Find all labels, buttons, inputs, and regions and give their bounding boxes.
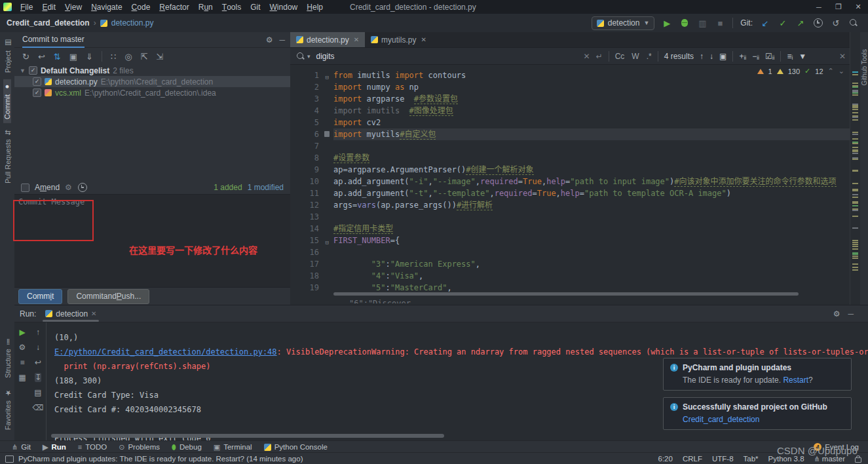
- stripe-mark[interactable]: [852, 151, 858, 152]
- menu-code[interactable]: Code: [127, 0, 155, 14]
- code-line[interactable]: FIRST_NUMBER={: [333, 235, 850, 246]
- minimize-icon[interactable]: ─: [809, 0, 829, 14]
- code-line[interactable]: [333, 140, 850, 152]
- gear-icon[interactable]: ⚙: [833, 309, 840, 319]
- stripe-button-commit[interactable]: Commit●: [3, 79, 11, 123]
- line-number[interactable]: 9: [290, 164, 322, 176]
- rollback-icon[interactable]: ↩: [38, 52, 45, 62]
- select-all-occurrences-icon[interactable]: ☑ᵢᵢ: [765, 52, 775, 61]
- line-number[interactable]: 5: [290, 117, 322, 128]
- commit-message-input[interactable]: Commit Message: [14, 194, 290, 288]
- stripe-mark[interactable]: [852, 106, 858, 107]
- close-icon[interactable]: ✕: [354, 36, 359, 43]
- code-line[interactable]: import myutils#自定义包: [333, 128, 850, 140]
- changelist-file-row[interactable]: ✓vcs.xmlE:\python\Credit_card_detection\…: [14, 87, 290, 98]
- commit-button[interactable]: Commit: [18, 289, 62, 304]
- error-stripe[interactable]: [850, 32, 861, 305]
- hide-icon[interactable]: ─: [279, 35, 285, 45]
- git-update-icon[interactable]: ↙: [760, 18, 770, 28]
- notification-link[interactable]: Credit_card_detection: [683, 415, 759, 424]
- show-diff-icon[interactable]: ⇅: [54, 52, 61, 62]
- stripe-mark[interactable]: [852, 112, 858, 113]
- stripe-mark[interactable]: [852, 134, 858, 135]
- code-line[interactable]: [333, 211, 850, 223]
- stripe-mark[interactable]: [852, 159, 858, 160]
- stripe-mark[interactable]: [852, 170, 858, 171]
- stripe-mark[interactable]: [852, 242, 858, 243]
- up-stack-icon[interactable]: ↑: [36, 328, 40, 337]
- stripe-mark[interactable]: [852, 197, 858, 198]
- status-message[interactable]: PyCharm and plugin updates: The IDE is r…: [18, 455, 303, 463]
- soft-wrap-icon[interactable]: ↩: [35, 358, 41, 367]
- down-stack-icon[interactable]: ↓: [36, 343, 40, 352]
- status-item[interactable]: UTF-8: [712, 455, 734, 463]
- stop-button[interactable]: ■: [715, 18, 725, 28]
- code-line[interactable]: import numpy as np: [333, 81, 850, 93]
- line-number[interactable]: 18: [290, 270, 322, 282]
- stripe-mark[interactable]: [852, 119, 858, 121]
- search-everywhere-icon[interactable]: [848, 18, 859, 28]
- line-number[interactable]: 1⊟: [290, 69, 322, 81]
- stripe-button-project[interactable]: Project▤: [3, 35, 12, 77]
- search-input[interactable]: digits: [316, 52, 454, 61]
- amend-checkbox[interactable]: [21, 184, 29, 192]
- stripe-mark[interactable]: [852, 254, 858, 255]
- print-icon[interactable]: ▤: [34, 388, 41, 397]
- line-number[interactable]: 17: [290, 258, 322, 270]
- checkbox-checked[interactable]: ✓: [33, 88, 41, 97]
- stripe-mark[interactable]: [852, 216, 858, 217]
- line-number[interactable]: 14: [290, 223, 322, 235]
- stripe-mark[interactable]: [852, 248, 858, 250]
- line-number[interactable]: 15⊟: [290, 235, 322, 246]
- scroll-to-end-icon[interactable]: ↧: [35, 373, 41, 382]
- stripe-mark[interactable]: [852, 83, 858, 84]
- stripe-mark[interactable]: [852, 246, 858, 247]
- code-line[interactable]: import cv2: [333, 117, 850, 128]
- toggle-dot*[interactable]: .*: [647, 52, 652, 61]
- stripe-mark[interactable]: [852, 208, 858, 210]
- stripe-mark[interactable]: [852, 94, 858, 96]
- stripe-mark[interactable]: [852, 227, 858, 229]
- clear-all-icon[interactable]: ⌫: [33, 403, 44, 412]
- history-icon[interactable]: [77, 182, 88, 193]
- stripe-mark[interactable]: [852, 190, 858, 191]
- editor-gutter[interactable]: 1⊟23456789101112131415⊟16171819: [290, 65, 322, 305]
- refresh-icon[interactable]: ↻: [22, 52, 29, 62]
- new-line-icon[interactable]: ↵: [596, 52, 603, 61]
- menu-window[interactable]: Window: [265, 0, 303, 14]
- stripe-mark[interactable]: [852, 91, 858, 92]
- stop-icon[interactable]: ■: [20, 358, 24, 367]
- menu-help[interactable]: Help: [302, 0, 328, 14]
- gear-icon[interactable]: ⚙: [65, 183, 72, 192]
- stripe-mark[interactable]: [852, 258, 858, 259]
- code-line[interactable]: import argparse #参数设置包: [333, 93, 850, 105]
- stripe-mark[interactable]: [852, 143, 858, 144]
- stripe-mark[interactable]: [852, 104, 858, 105]
- status-item[interactable]: Tab*: [744, 455, 759, 463]
- coverage-button[interactable]: ▥: [697, 18, 708, 28]
- fold-icon[interactable]: ⊟: [326, 71, 329, 83]
- history-icon[interactable]: [813, 18, 823, 28]
- stripe-mark[interactable]: [852, 117, 858, 118]
- open-in-find-window-icon[interactable]: ▣: [719, 52, 726, 61]
- run-tab[interactable]: detection ✕: [45, 305, 96, 322]
- commit-and-push-button[interactable]: Commit and Push...: [67, 289, 149, 304]
- notification-icon[interactable]: [5, 455, 14, 463]
- status-item[interactable]: CRLF: [683, 455, 702, 463]
- menu-run[interactable]: Run: [194, 0, 217, 14]
- stripe-mark[interactable]: [852, 74, 858, 75]
- fold-icon[interactable]: ⊟: [326, 237, 329, 248]
- filter-lines-icon[interactable]: ≡ᵢ: [787, 52, 793, 61]
- stripe-button-pull-requests[interactable]: Pull Requests⇵: [3, 126, 12, 187]
- rerun-icon[interactable]: ▶: [19, 328, 25, 337]
- rollback-icon[interactable]: ↺: [831, 18, 841, 28]
- stripe-mark[interactable]: [852, 263, 858, 265]
- changelist-file-row[interactable]: ✓detection.pyE:\python\Credit_card_detec…: [14, 76, 290, 87]
- tool-window-button-debug[interactable]: ⬮Debug: [172, 443, 202, 452]
- line-number[interactable]: 16: [290, 246, 322, 258]
- stripe-mark[interactable]: [852, 90, 858, 91]
- github-tools-stripe-button[interactable]: Github Tools: [861, 49, 868, 85]
- code-line[interactable]: ap.add_argument("-t","--template",requir…: [333, 187, 850, 199]
- line-number[interactable]: 13: [290, 211, 322, 223]
- menu-file[interactable]: File: [16, 0, 37, 14]
